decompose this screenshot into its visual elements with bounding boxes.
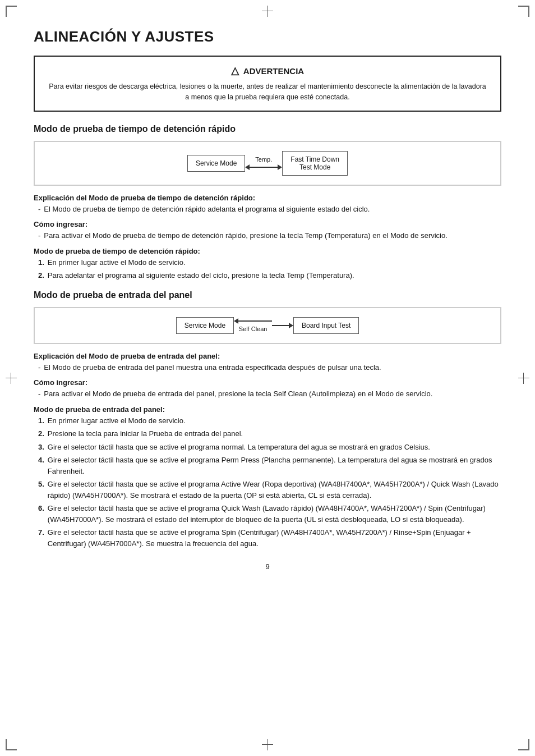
page-title: ALINEACIÓN Y AJUSTES — [34, 28, 501, 45]
section2-step-5: 5. Gire el selector táctil hasta que se … — [34, 479, 501, 501]
arrow-line-2 — [238, 320, 272, 322]
section2-step-text-1: En primer lugar active el Modo de servic… — [48, 415, 186, 427]
warning-title: ADVERTENCIA — [243, 66, 304, 76]
section1-howto-label: Cómo ingresar: — [34, 220, 501, 228]
diagram1-arrow: Temp. — [245, 156, 282, 170]
section1-howto-item-1: - Para activar el Modo de prueba de tiem… — [34, 230, 501, 241]
section2-step-1: 1. En primer lugar active el Modo de ser… — [34, 415, 501, 427]
arrow-head-right-1 — [278, 164, 282, 170]
section2-title: Modo de prueba de entrada del panel — [34, 290, 501, 300]
section1-explanation-text-1: El Modo de prueba de tiempo de detención… — [44, 204, 370, 215]
corner-mark-br — [518, 739, 529, 750]
crosshair-top — [262, 6, 273, 17]
section2-step-7: 7. Gire el selector táctil hasta que se … — [34, 527, 501, 549]
section2-howto-item-1: - Para activar el Modo de prueba de entr… — [34, 388, 501, 400]
dash-4: - — [38, 388, 40, 400]
section1-step-1: 1. En primer lugar active el Modo de ser… — [34, 257, 501, 268]
section2-diagram: Service Mode Self Clean Board Input Test — [34, 307, 501, 344]
diagram2-arrow: Self Clean — [234, 318, 272, 332]
section2-step-text-2: Presione la tecla para iniciar la Prueba… — [48, 428, 243, 439]
s2-step2-num: 2. — [38, 428, 44, 439]
section2-step-4: 4. Gire el selector táctil hasta que se … — [34, 455, 501, 476]
step2-num: 2. — [38, 270, 44, 281]
warning-text: Para evitar riesgos de descarga eléctric… — [46, 81, 489, 103]
dash-1: - — [38, 204, 40, 215]
diagram1-box2: Fast Time DownTest Mode — [282, 151, 348, 176]
section1-howto-text-1: Para activar el Modo de prueba de tiempo… — [44, 230, 448, 241]
corner-mark-tl — [6, 6, 17, 17]
s2-step5-num: 5. — [38, 479, 44, 501]
section2-howto-block: Cómo ingresar: - Para activar el Modo de… — [34, 378, 501, 400]
crosshair-bottom — [262, 739, 273, 750]
section1-step-text-2: Para adelantar el programa al siguiente … — [48, 270, 354, 281]
diagram2-box1: Service Mode — [176, 317, 234, 334]
corner-mark-tr — [518, 6, 529, 17]
section2-explanation-item-1: - El Modo de prueba de entrada del panel… — [34, 362, 501, 373]
s2-step7-num: 7. — [38, 527, 44, 549]
section2-step-text-3: Gire el selector táctil hasta que se act… — [48, 442, 430, 453]
section1-explanation-block: Explicación del Modo de prueba de tiempo… — [34, 194, 501, 215]
section2-step-text-4: Gire el selector táctil hasta que se act… — [48, 455, 501, 476]
section1-explanation-item-1: - El Modo de prueba de tiempo de detenci… — [34, 204, 501, 215]
section2-step-2: 2. Presione la tecla para iniciar la Pru… — [34, 428, 501, 439]
warning-header: △ ADVERTENCIA — [46, 65, 489, 77]
section1-step-2: 2. Para adelantar el programa al siguien… — [34, 270, 501, 281]
arrow-line-1 — [250, 167, 278, 168]
diagram2-arrow-label: Self Clean — [239, 326, 268, 332]
step1-num: 1. — [38, 257, 44, 268]
corner-mark-bl — [6, 739, 17, 750]
dash-3: - — [38, 362, 40, 373]
dash-2: - — [38, 230, 40, 241]
section2-explanation-block: Explicación del Modo de prueba de entrad… — [34, 352, 501, 373]
crosshair-right — [518, 373, 529, 384]
page-number: 9 — [34, 562, 501, 571]
s2-step3-num: 3. — [38, 442, 44, 453]
section1-diagram: Service Mode Temp. Fast Time DownTest Mo… — [34, 141, 501, 186]
s2-step4-num: 4. — [38, 455, 44, 476]
section1-howto-block: Cómo ingresar: - Para activar el Modo de… — [34, 220, 501, 241]
diagram2-inner: Service Mode Self Clean Board Input Test — [176, 317, 359, 334]
section2-howto-text-1: Para activar el Modo de prueba de entrad… — [44, 388, 432, 400]
diagram2-box2: Board Input Test — [293, 317, 359, 334]
diagram1-arrow-label: Temp. — [255, 156, 272, 163]
warning-icon: △ — [231, 65, 239, 77]
diagram1-box1: Service Mode — [187, 155, 245, 172]
section2-step-text-5: Gire el selector táctil hasta que se act… — [48, 479, 501, 501]
diagram2-arrow-line — [234, 318, 272, 324]
section1-steps-block: Modo de prueba de tiempo de detención rá… — [34, 247, 501, 281]
section2-step-6: 6. Gire el selector táctil hasta que se … — [34, 503, 501, 525]
section1-steps-label: Modo de prueba de tiempo de detención rá… — [34, 247, 501, 255]
s2-step1-num: 1. — [38, 415, 44, 427]
section2-step-3: 3. Gire el selector táctil hasta que se … — [34, 442, 501, 453]
arrow-head-left-2 — [234, 318, 238, 324]
section2-howto-label: Cómo ingresar: — [34, 378, 501, 387]
diagram1-arrow-line — [245, 164, 282, 170]
section2-steps-block: Modo de prueba de entrada del panel: 1. … — [34, 405, 501, 549]
section1-explanation-label: Explicación del Modo de prueba de tiempo… — [34, 194, 501, 202]
crosshair-left — [6, 373, 17, 384]
arrow-head-left-1 — [245, 164, 250, 170]
section2-explanation-label: Explicación del Modo de prueba de entrad… — [34, 352, 501, 360]
arrow-head-right-2 — [289, 323, 293, 328]
section2-steps-label: Modo de prueba de entrada del panel: — [34, 405, 501, 414]
warning-box: △ ADVERTENCIA Para evitar riesgos de des… — [34, 56, 501, 112]
section2-step-text-7: Gire el selector táctil hasta que se act… — [48, 527, 501, 549]
arrow-line-3 — [272, 325, 289, 326]
section1-title: Modo de prueba de tiempo de detención rá… — [34, 124, 501, 134]
s2-step6-num: 6. — [38, 503, 44, 525]
diagram1-inner: Service Mode Temp. Fast Time DownTest Mo… — [187, 151, 348, 176]
section2-explanation-text-1: El Modo de prueba de entrada del panel m… — [44, 362, 381, 373]
section1-step-text-1: En primer lugar active el Modo de servic… — [48, 257, 186, 268]
diagram2-arrow-right — [272, 323, 293, 328]
section2-step-text-6: Gire el selector táctil hasta que se act… — [48, 503, 501, 525]
diagram1-box2-text: Fast Time DownTest Mode — [290, 155, 339, 171]
